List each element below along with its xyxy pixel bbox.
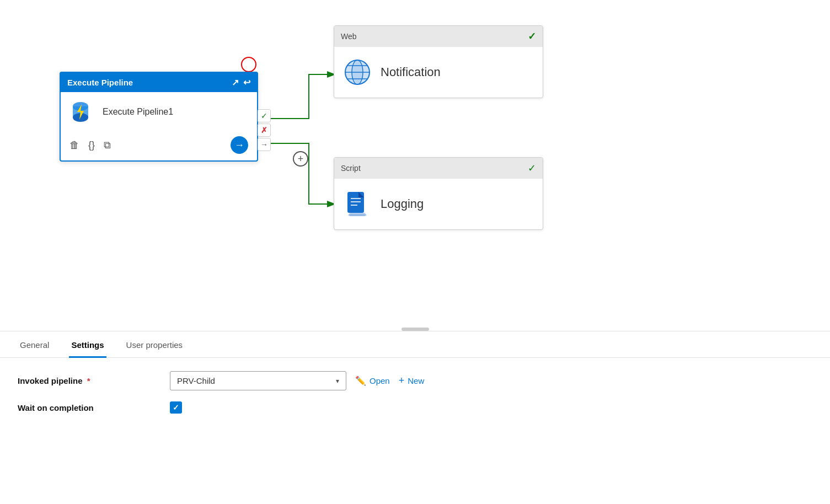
- globe-icon: [343, 58, 372, 87]
- copy-icon[interactable]: ⧉: [104, 140, 111, 151]
- go-button[interactable]: →: [231, 136, 248, 154]
- svg-rect-17: [348, 214, 367, 216]
- bottom-panel: General Settings User properties Invoked…: [0, 331, 830, 438]
- wait-completion-label: Wait on completion: [18, 403, 161, 412]
- open-external-icon[interactable]: ↗: [232, 77, 239, 88]
- required-star: *: [85, 376, 90, 385]
- web-node-header: Web ✓: [334, 26, 543, 47]
- invoked-pipeline-row: Invoked pipeline * PRV-Child ▾ ✏️ Open +…: [18, 371, 812, 390]
- invoked-pipeline-controls: PRV-Child ▾ ✏️ Open + New: [170, 371, 424, 390]
- script-icon: [343, 190, 372, 218]
- web-node-category: Web: [341, 32, 357, 41]
- pipeline-exec-icon-svg: [69, 99, 96, 125]
- web-notification-node: Web ✓ Notification: [334, 25, 543, 98]
- script-node-header: Script ✓: [334, 158, 543, 179]
- success-connector[interactable]: ✓: [258, 109, 271, 122]
- tab-user-properties[interactable]: User properties: [124, 331, 185, 358]
- code-icon[interactable]: {}: [88, 140, 95, 151]
- script-node-body: Logging: [334, 179, 543, 229]
- delete-icon[interactable]: 🗑: [69, 140, 79, 151]
- pipeline-node-header: Execute Pipeline ↗ ↩: [61, 73, 257, 92]
- undo-icon[interactable]: ↩: [243, 77, 250, 88]
- completion-connector[interactable]: →: [258, 138, 271, 151]
- panel-divider[interactable]: [0, 331, 830, 331]
- failure-connector[interactable]: ✗: [258, 124, 271, 137]
- new-link[interactable]: + New: [399, 375, 425, 387]
- settings-form: Invoked pipeline * PRV-Child ▾ ✏️ Open +…: [0, 358, 830, 438]
- plus-new-icon: +: [399, 375, 405, 387]
- divider-handle[interactable]: [401, 328, 429, 331]
- web-node-title: Notification: [381, 65, 441, 79]
- connector-buttons: ✓ ✗ →: [258, 109, 271, 151]
- wait-completion-row: Wait on completion ✓: [18, 401, 812, 414]
- web-node-check: ✓: [528, 30, 536, 42]
- script-logging-node: Script ✓ Logging: [334, 157, 543, 230]
- invoked-pipeline-label: Invoked pipeline *: [18, 376, 161, 385]
- circle-indicator: [241, 57, 256, 72]
- pencil-icon: ✏️: [355, 376, 366, 386]
- canvas-area: Execute Pipeline ↗ ↩ Execute Pipeline1 🗑…: [0, 0, 830, 331]
- chevron-down-icon: ▾: [336, 377, 339, 385]
- invoked-pipeline-dropdown[interactable]: PRV-Child ▾: [170, 371, 346, 390]
- pipeline-node-footer: 🗑 {} ⧉ →: [61, 132, 257, 160]
- pipeline-node-body: Execute Pipeline1: [61, 92, 257, 132]
- script-node-check: ✓: [528, 162, 536, 174]
- pipeline-node: Execute Pipeline ↗ ↩ Execute Pipeline1 🗑…: [60, 72, 258, 162]
- script-node-title: Logging: [381, 197, 424, 211]
- dropdown-value: PRV-Child: [177, 376, 215, 385]
- pipeline-node-title: Execute Pipeline: [67, 78, 133, 87]
- wait-completion-checkbox[interactable]: ✓: [170, 401, 182, 414]
- tabs-bar: General Settings User properties: [0, 331, 830, 358]
- pipeline-node-name: Execute Pipeline1: [103, 107, 173, 117]
- web-node-body: Notification: [334, 47, 543, 98]
- tab-general[interactable]: General: [18, 331, 51, 358]
- script-node-category: Script: [341, 164, 361, 173]
- open-link[interactable]: ✏️ Open: [355, 376, 390, 386]
- add-activity-button[interactable]: +: [293, 151, 308, 167]
- tab-settings[interactable]: Settings: [69, 331, 106, 358]
